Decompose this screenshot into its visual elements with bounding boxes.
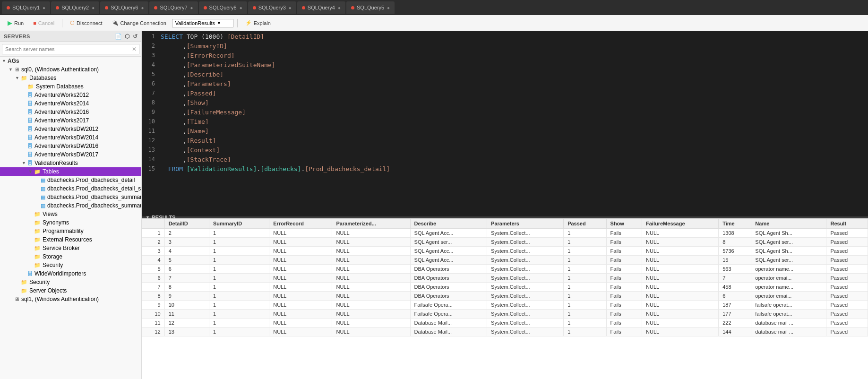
tree-item[interactable]: AGs xyxy=(0,57,141,65)
code-token: [Prod_dbachecks_detail] xyxy=(305,165,390,172)
code-token: [DetailID] xyxy=(227,33,264,40)
tab-sqlquery7[interactable]: SQLQuery7● xyxy=(149,1,198,14)
disconnect-button[interactable]: ⬡ Disconnect xyxy=(66,18,106,27)
tree-item[interactable]: 🖥sql1, (Windows Authentication) xyxy=(0,295,141,303)
code-token: [Context] xyxy=(187,146,220,154)
line-code[interactable]: ,[Time] xyxy=(161,118,868,125)
tree-item[interactable]: ▦dbachecks.Prod_dbachecks_summary_st... xyxy=(0,201,141,210)
tree-item[interactable]: 📁Service Broker xyxy=(0,244,141,252)
explain-button[interactable]: ⚡ Explain xyxy=(241,18,275,27)
tab-close-icon[interactable]: ● xyxy=(141,5,144,10)
tree-item[interactable]: 🗄AdventureWorksDW2017 xyxy=(0,150,141,159)
disconnect-server-icon[interactable]: ⬡ xyxy=(125,33,130,40)
table-row[interactable]: 231NULLNULLSQL Agent ser...System.Collec… xyxy=(142,238,868,247)
tab-sqlquery2[interactable]: SQLQuery2● xyxy=(51,1,99,14)
table-row[interactable]: 451NULLNULLSQL Agent Acc...System.Collec… xyxy=(142,256,868,265)
tree-item[interactable]: 📁Storage xyxy=(0,252,141,261)
tree-item[interactable]: 📁Synonyms xyxy=(0,218,141,227)
tab-sqlquery5[interactable]: SQLQuery5● xyxy=(346,1,395,14)
tab-close-icon[interactable]: ● xyxy=(289,5,292,10)
tree-item[interactable]: 📁Programmability xyxy=(0,227,141,235)
tree-item[interactable]: 📁Security xyxy=(0,261,141,269)
line-code[interactable]: ,[SummaryID] xyxy=(161,43,868,50)
line-code[interactable]: ,[Parameters] xyxy=(161,80,868,87)
clear-search-icon[interactable]: ✕ xyxy=(132,46,137,52)
row-number: 5 xyxy=(142,265,165,274)
tree-item[interactable]: 📁Databases xyxy=(0,74,141,82)
change-connection-button[interactable]: 🔌 Change Connection xyxy=(108,18,170,27)
results-table-wrap[interactable]: DetailIDSummaryIDErrorRecordParameterize… xyxy=(142,218,868,379)
tab-close-icon[interactable]: ● xyxy=(240,5,242,10)
tree-item[interactable]: 🗄ValidationResults xyxy=(0,159,141,167)
new-query-icon[interactable]: 📄 xyxy=(115,33,122,40)
line-code[interactable]: ,[Name] xyxy=(161,128,868,135)
tab-sqlquery3[interactable]: SQLQuery3● xyxy=(248,1,296,14)
tree-item[interactable]: 🗄AdventureWorksDW2012 xyxy=(0,125,141,133)
table-row[interactable]: 341NULLNULLSQL Agent Acc...System.Collec… xyxy=(142,247,868,256)
tree-item[interactable]: 📁Security xyxy=(0,278,141,286)
tree-item[interactable]: 🗄AdventureWorks2012 xyxy=(0,91,141,99)
search-input[interactable] xyxy=(2,44,139,54)
table-row[interactable]: 671NULLNULLDBA OperatorsSystem.Collect..… xyxy=(142,274,868,283)
tree-label: WideWorldImporters xyxy=(34,270,86,277)
tab-close-icon[interactable]: ● xyxy=(190,5,193,10)
tree-item[interactable]: 📁Views xyxy=(0,210,141,218)
row-number: 2 xyxy=(142,238,165,247)
tree-label: AdventureWorksDW2012 xyxy=(34,126,98,132)
tree-item[interactable]: 🗄AdventureWorks2016 xyxy=(0,108,141,116)
tab-close-icon[interactable]: ● xyxy=(43,5,45,10)
table-row[interactable]: 781NULLNULLDBA OperatorsSystem.Collect..… xyxy=(142,283,868,292)
sql-editor[interactable]: 1SELECT TOP (1000) [DetailID]2 ,[Summary… xyxy=(142,31,868,216)
tree-item[interactable]: 🗄AdventureWorksDW2016 xyxy=(0,142,141,150)
tree-item[interactable]: 🖥sql0, (Windows Authentication) xyxy=(0,65,141,74)
table-row[interactable]: 11121NULLNULLDatabase Mail...System.Coll… xyxy=(142,319,868,327)
row-number: 9 xyxy=(142,301,165,310)
tree-item[interactable]: 🗄WideWorldImporters xyxy=(0,269,141,278)
cancel-button[interactable]: ■ Cancel xyxy=(29,19,58,27)
line-code[interactable]: ,[FailureMessage] xyxy=(161,109,868,116)
code-token: [StackTrace] xyxy=(187,156,231,163)
tree-item[interactable]: 🗄AdventureWorks2017 xyxy=(0,116,141,125)
line-code[interactable]: ,[ParameterizedSuiteName] xyxy=(161,61,868,69)
tree-item[interactable]: ▦dbachecks.Prod_dbachecks_summary xyxy=(0,193,141,201)
tree-item[interactable]: 🗄AdventureWorksDW2014 xyxy=(0,133,141,142)
table-row[interactable]: 121NULLNULLSQL Agent Acc...System.Collec… xyxy=(142,229,868,238)
line-code[interactable]: FROM [ValidationResults].[dbachecks].[Pr… xyxy=(161,165,868,172)
line-code[interactable]: ,[ErrorRecord] xyxy=(161,52,868,59)
tab-close-icon[interactable]: ● xyxy=(92,5,95,10)
tab-close-icon[interactable]: ● xyxy=(338,5,341,10)
table-cell: Fails xyxy=(606,274,642,283)
tab-sqlquery6[interactable]: SQLQuery6● xyxy=(100,1,148,14)
table-row[interactable]: 12131NULLNULLDatabase Mail...System.Coll… xyxy=(142,327,868,336)
line-code[interactable]: ,[Passed] xyxy=(161,90,868,97)
tree-item[interactable]: ▦dbachecks.Prod_dbachecks_detail xyxy=(0,176,141,184)
table-row[interactable]: 10111NULLNULLFailsafe Opera...System.Col… xyxy=(142,310,868,319)
table-cell: SQL Agent Sh... xyxy=(751,229,826,238)
column-header: Passed xyxy=(564,219,606,229)
line-code[interactable]: SELECT TOP (1000) [DetailID] xyxy=(161,33,868,40)
run-button[interactable]: ▶ Run xyxy=(4,18,27,28)
refresh-icon[interactable]: ↺ xyxy=(133,33,138,40)
connection-dropdown[interactable]: ValidationResults ▼ xyxy=(172,19,233,27)
tree-item[interactable]: 📁External Resources xyxy=(0,235,141,244)
tab-sqlquery4[interactable]: SQLQuery4● xyxy=(297,1,345,14)
tree-type-icon: 🗄 xyxy=(27,126,33,132)
tab-sqlquery8[interactable]: SQLQuery8● xyxy=(199,1,247,14)
tree-item[interactable]: 📁Server Objects xyxy=(0,286,141,295)
tree-item[interactable]: 📁Tables xyxy=(0,167,141,176)
tree-item[interactable]: 🗄AdventureWorks2014 xyxy=(0,99,141,108)
line-code[interactable]: ,[Describe] xyxy=(161,71,868,78)
tab-close-icon[interactable]: ● xyxy=(387,5,390,10)
tree-item[interactable]: 📁System Databases xyxy=(0,82,141,91)
code-line: 6 ,[Parameters] xyxy=(142,80,868,90)
table-row[interactable]: 891NULLNULLDBA OperatorsSystem.Collect..… xyxy=(142,292,868,301)
line-code[interactable]: ,[StackTrace] xyxy=(161,156,868,163)
tab-sqlquery1[interactable]: SQLQuery1● xyxy=(2,1,50,14)
search-wrap: ✕ xyxy=(2,44,139,54)
line-code[interactable]: ,[Result] xyxy=(161,137,868,144)
table-row[interactable]: 9101NULLNULLFailsafe Opera...System.Coll… xyxy=(142,301,868,310)
line-code[interactable]: ,[Context] xyxy=(161,146,868,154)
line-code[interactable]: ,[Show] xyxy=(161,99,868,106)
tree-item[interactable]: ▦dbachecks.Prod_dbachecks_detail_stage xyxy=(0,184,141,193)
table-row[interactable]: 561NULLNULLDBA OperatorsSystem.Collect..… xyxy=(142,265,868,274)
